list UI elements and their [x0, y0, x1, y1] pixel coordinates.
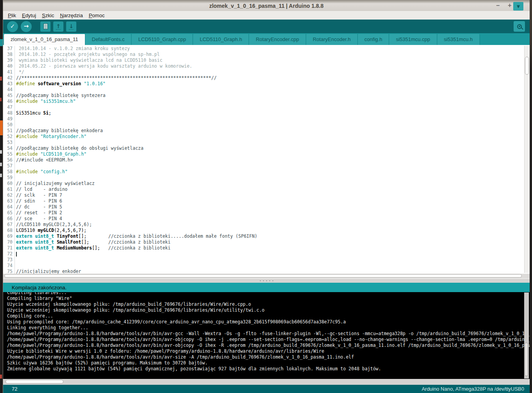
menu-narzedzia[interactable]: Narzędzia	[60, 13, 83, 18]
code-editor[interactable]: 3738394041424344454647484950515253545556…	[3, 45, 530, 274]
code-segment: LCD5110	[16, 228, 38, 233]
code-segment: extern	[16, 245, 32, 251]
code-segment: //czcionka z biblioteki.....dodałem małe…	[108, 233, 257, 239]
code-line	[16, 104, 523, 110]
code-segment: 2014.05.22 - pierwsza wersja kodu warszt…	[16, 63, 192, 69]
maximize-button[interactable]: +	[507, 2, 512, 9]
console-line: Szkic używa 16236 bajtów (52%) pamięci p…	[7, 360, 530, 366]
code-line	[16, 257, 523, 263]
code-segment: "config.h"	[40, 169, 67, 174]
code-line: extern uint8_t SmallFont[]; //czcionka z…	[16, 239, 523, 245]
code-segment: #include	[16, 169, 38, 174]
code-line: */	[16, 69, 523, 75]
console-line: /home/pawel/Programy/arduino-1.8.8/hardw…	[7, 354, 530, 360]
line-number: 56	[3, 157, 14, 163]
tab-lcd5110-graph-cpp[interactable]: LCD5110_Graph.cpp	[132, 34, 193, 45]
tab-defaultfonts-c[interactable]: DefaultFonts.c	[85, 34, 132, 45]
new-sketch-button[interactable]	[40, 22, 50, 32]
code-segment: //podłączamy bibliotekę enkodera	[16, 128, 103, 133]
save-button[interactable]: ↓	[66, 22, 76, 32]
background-window-fragment	[0, 174, 2, 177]
titlebar[interactable]: zlomek_v_1_0_16_pasma_11 | Arduino 1.8.8…	[3, 0, 530, 11]
code-line: #include "si5351mcu.h"	[16, 99, 523, 104]
menu-pomoc[interactable]: Pomoc	[89, 13, 105, 18]
editor-horizontal-scrollbar[interactable]	[3, 274, 530, 278]
console-horizontal-scrollbar-thumb[interactable]	[5, 380, 63, 384]
code-segment: "1.0.16"	[84, 81, 105, 86]
code-segment: uint8_t	[35, 245, 54, 251]
menu-szkic[interactable]: Szkic	[42, 13, 54, 18]
code-segment	[54, 233, 57, 239]
code-area[interactable]: 2014.10.14 - v.1.0.2 zmiana kroku syntez…	[16, 46, 523, 274]
tab-lcd5110-graph-h[interactable]: LCD5110_Graph.h	[193, 34, 249, 45]
tab-rotaryencoder-h[interactable]: RotaryEncoder.h	[306, 34, 358, 45]
console-line: Compiling core...	[7, 313, 530, 319]
code-segment: "LCD5110_Graph.h"	[40, 151, 87, 157]
verify-button[interactable]: ✓	[7, 21, 18, 32]
console-line: Compiling library "Wire"	[7, 296, 530, 301]
console-vertical-scrollbar-thumb[interactable]	[525, 343, 528, 376]
line-number: 60	[3, 181, 14, 187]
line-number: 55	[3, 151, 14, 157]
line-number: 65	[3, 210, 14, 216]
console-text: Compiling libraries...Compiling library …	[7, 292, 530, 372]
editor-vertical-scrollbar[interactable]	[524, 46, 529, 273]
code-line: //LCD5110 myGLCD(2,3,4,5,6);	[16, 222, 523, 228]
console-line: Compiling libraries...	[7, 292, 530, 296]
tab-rotaryencoder-cpp[interactable]: RotaryEncoder.cpp	[249, 34, 306, 45]
tab-si5351mcu-cpp[interactable]: si5351mcu.cpp	[389, 34, 437, 45]
code-segment: //LCD5110 myGLCD(2,3,4,5,6);	[16, 222, 92, 227]
line-number: 62	[3, 192, 14, 198]
line-number: 43	[3, 81, 14, 87]
status-bar: Kompilacja zakończona.	[3, 283, 530, 292]
code-segment: uint8_t	[35, 233, 54, 239]
splitter[interactable]	[3, 278, 530, 283]
line-number: 50	[3, 122, 14, 128]
code-line	[16, 175, 523, 181]
line-number: 52	[3, 134, 14, 140]
line-number: 59	[3, 175, 14, 181]
code-segment: //czcionka z biblioteki	[108, 239, 170, 245]
code-line: // reset - PIN 2	[16, 210, 523, 216]
code-segment: // sclk - PIN 7	[16, 192, 62, 198]
code-line: // sce - PIN 4	[16, 216, 523, 222]
line-number: 61	[3, 187, 14, 192]
line-number: 45	[3, 93, 14, 99]
tab-si5351mcu-h[interactable]: si5351mcu.h	[437, 34, 480, 45]
code-line: extern uint8_t TinyFont[]; //czcionka z …	[16, 233, 523, 239]
editor-horizontal-scrollbar-thumb[interactable]	[4, 274, 522, 278]
open-button[interactable]: ↑	[53, 22, 63, 32]
menu-edytuj[interactable]: Edytuj	[22, 13, 36, 18]
magnifier-icon	[517, 24, 522, 29]
code-segment: [];	[78, 233, 108, 239]
code-segment: extern	[16, 233, 32, 239]
code-line: 2014.10.14 - v.1.0.2 zmiana kroku syntez…	[16, 46, 523, 52]
code-line: // lcd - arduino	[16, 187, 523, 192]
tab-config-h[interactable]: config.h	[358, 34, 390, 45]
code-segment: TinyFont	[57, 233, 78, 239]
line-number: 68	[3, 228, 14, 233]
code-segment: extern	[16, 239, 32, 245]
background-window-fragment	[0, 98, 2, 101]
code-segment: // sdin - PIN 6	[16, 198, 62, 204]
upload-button[interactable]: →	[21, 21, 32, 32]
console-line: Zmienne globalne używają 1121 bajtów (54…	[7, 366, 530, 372]
window-title: zlomek_v_1_0_16_pasma_11 | Arduino 1.8.8	[3, 0, 530, 11]
code-segment: // sce - PIN 4	[16, 216, 62, 221]
code-line	[16, 163, 523, 169]
code-line: #include "RotaryEncoder.h"	[16, 134, 523, 140]
code-segment: myGLCD	[38, 228, 54, 233]
up-arrow-icon: ↑	[56, 23, 61, 30]
console-vertical-scrollbar[interactable]	[524, 293, 529, 379]
menu-plik[interactable]: Plik	[8, 13, 16, 18]
code-segment: //czcionka z biblioteki	[108, 245, 170, 251]
editor-vertical-scrollbar-thumb[interactable]	[525, 57, 529, 75]
line-number-gutter: 3738394041424344454647484950515253545556…	[3, 46, 15, 274]
serial-monitor-button[interactable]	[514, 21, 525, 32]
code-line: extern uint8_t MediumNumbers[]; //czcion…	[16, 245, 523, 251]
minimize-button[interactable]: –	[495, 2, 501, 9]
line-number: 38	[3, 52, 14, 57]
tab-overflow-button[interactable]: ▼	[513, 2, 523, 11]
console-horizontal-scrollbar[interactable]	[3, 379, 530, 385]
tab-zlomek-v-1-0-16-pasma-11[interactable]: zlomek_v_1_0_16_pasma_11	[4, 34, 85, 45]
